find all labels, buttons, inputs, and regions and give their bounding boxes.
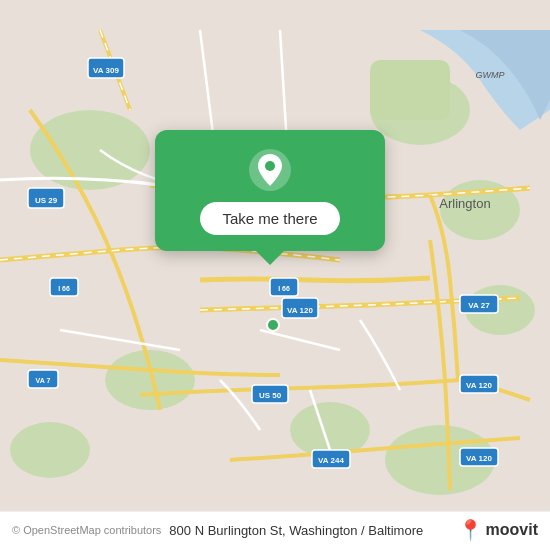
- svg-text:Arlington: Arlington: [439, 196, 490, 211]
- svg-text:US 29: US 29: [35, 196, 58, 205]
- address-line: 800 N Burlington St, Washington / Baltim…: [169, 523, 457, 538]
- moovit-logo: 📍 moovit: [458, 520, 538, 540]
- svg-point-7: [10, 422, 90, 478]
- svg-text:VA 120: VA 120: [466, 381, 492, 390]
- svg-text:VA 244: VA 244: [318, 456, 344, 465]
- svg-text:VA 120: VA 120: [466, 454, 492, 463]
- svg-text:VA 7: VA 7: [36, 377, 51, 384]
- moovit-brand-text: moovit: [486, 521, 538, 539]
- osm-credit: © OpenStreetMap contributors: [12, 524, 161, 536]
- moovit-pin-icon: 📍: [458, 520, 483, 540]
- svg-point-6: [105, 350, 195, 410]
- map-background: VA 309 VA 120 US 29 I 66 I 66 VA 120 VA …: [0, 0, 550, 550]
- map-container: VA 309 VA 120 US 29 I 66 I 66 VA 120 VA …: [0, 0, 550, 550]
- svg-text:I 66: I 66: [58, 285, 70, 292]
- svg-text:VA 309: VA 309: [93, 66, 119, 75]
- svg-text:VA 27: VA 27: [468, 301, 490, 310]
- svg-text:I 66: I 66: [278, 285, 290, 292]
- svg-point-38: [267, 319, 279, 331]
- svg-text:US 50: US 50: [259, 391, 282, 400]
- bottom-bar: © OpenStreetMap contributors 800 N Burli…: [0, 511, 550, 550]
- svg-text:GWMP: GWMP: [476, 70, 505, 80]
- svg-point-40: [265, 161, 275, 171]
- popup-card: Take me there: [155, 130, 385, 251]
- svg-rect-3: [370, 60, 450, 120]
- svg-text:VA 120: VA 120: [287, 306, 313, 315]
- take-me-there-button[interactable]: Take me there: [200, 202, 339, 235]
- pin-icon: [248, 148, 292, 192]
